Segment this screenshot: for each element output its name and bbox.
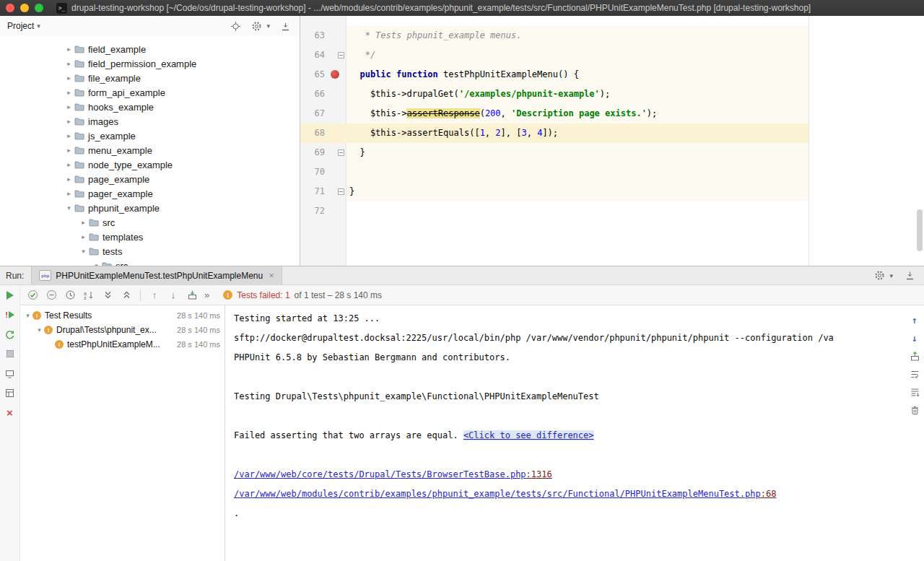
console-line <box>234 406 899 426</box>
clear-console-icon[interactable] <box>909 404 920 416</box>
chevron-down-icon[interactable]: ▾ <box>78 248 89 255</box>
rerun-button[interactable] <box>4 290 16 301</box>
code-text: ); <box>600 89 610 99</box>
stop-button[interactable] <box>4 348 16 360</box>
soft-wrap-icon[interactable] <box>909 368 920 380</box>
next-failed-test-icon[interactable]: ↓ <box>167 289 180 302</box>
folder-icon <box>102 261 112 266</box>
export-to-file-icon[interactable] <box>909 350 920 362</box>
tree-item-file-example[interactable]: ▸file_example <box>0 71 300 85</box>
settings-gear-icon[interactable]: ▾ <box>874 270 893 281</box>
php-file-icon: php <box>39 270 51 281</box>
code-area[interactable]: * Tests phpunit_example menus. */ public… <box>346 16 924 221</box>
chevron-right-icon[interactable]: ▸ <box>64 60 74 67</box>
up-the-stack-trace-icon[interactable]: ↑ <box>909 314 920 326</box>
settings-gear-icon[interactable]: ▾ <box>251 21 270 32</box>
toggle-auto-test-button[interactable] <box>4 329 16 340</box>
tree-item-menu-example[interactable]: ▸menu_example <box>0 143 300 157</box>
sort-by-duration-icon[interactable] <box>64 289 77 302</box>
tree-item-label: tests <box>103 246 122 257</box>
chevron-right-icon[interactable]: ▸ <box>64 74 74 82</box>
chevron-right-icon[interactable]: ▸ <box>64 103 74 110</box>
chevron-right-icon[interactable]: ▸ <box>64 118 74 125</box>
previous-failed-test-icon[interactable]: ↑ <box>148 289 161 302</box>
sort-alphabetically-icon[interactable]: az <box>82 289 95 302</box>
console-line: /var/www/web/core/tests/Drupal/Tests/Bro… <box>234 465 899 484</box>
number-text: 1 <box>480 128 485 138</box>
tree-item-node-type-example[interactable]: ▸node_type_example <box>0 157 300 172</box>
toolbar-overflow-icon[interactable]: » <box>204 290 209 300</box>
chevron-right-icon[interactable]: ▸ <box>64 147 74 154</box>
rerun-failed-tests-button[interactable]: ! <box>4 309 16 321</box>
folder-icon <box>74 131 84 140</box>
close-tab-icon[interactable]: × <box>269 270 274 281</box>
tree-item-page-example[interactable]: ▸page_example <box>0 172 300 186</box>
console-output[interactable]: Testing started at 13:25 ... sftp://dock… <box>225 305 924 561</box>
test-duration: 28 s 140 ms <box>173 311 220 320</box>
see-difference-link[interactable]: <Click to see difference> <box>463 430 594 440</box>
test-results-root-row[interactable]: ▾ ! Test Results 28 s 140 ms <box>20 308 225 323</box>
chevron-down-icon[interactable]: ▾ <box>23 312 32 319</box>
stack-trace-link[interactable]: /var/www/web/core/tests/Drupal/Tests/Bro… <box>234 469 526 479</box>
collapse-all-icon[interactable] <box>120 289 133 302</box>
run-tab[interactable]: php PHPUnitExampleMenuTest.testPhpUnitEx… <box>31 266 282 284</box>
chevron-down-icon[interactable]: ▾ <box>64 204 74 212</box>
chevron-right-icon[interactable]: ▸ <box>64 161 74 168</box>
restore-layout-button[interactable] <box>4 387 16 399</box>
fold-marker-icon[interactable] <box>338 149 344 156</box>
tree-item-src[interactable]: ▸src <box>0 215 300 230</box>
close-panel-button[interactable]: × <box>4 406 16 418</box>
show-ignored-icon[interactable] <box>45 289 58 302</box>
tree-item-tests-src[interactable]: ▾src <box>0 258 300 266</box>
show-passed-icon[interactable] <box>26 289 39 302</box>
tree-item-templates[interactable]: ▸templates <box>0 230 300 244</box>
chevron-down-icon[interactable]: ▾ <box>35 326 44 334</box>
stack-trace-link[interactable]: /var/www/web/modules/contrib/examples/ph… <box>234 489 761 499</box>
run-test-gutter-icon[interactable] <box>331 70 339 79</box>
chevron-right-icon[interactable]: ▸ <box>64 175 74 183</box>
scroll-to-end-icon[interactable] <box>909 386 920 398</box>
show-console-button[interactable] <box>4 368 16 379</box>
folder-icon <box>74 45 84 53</box>
tree-item-images[interactable]: ▸images <box>0 114 300 129</box>
stack-trace-line-number[interactable]: :68 <box>761 489 777 499</box>
import-test-results-icon[interactable] <box>186 289 199 302</box>
fold-marker-icon[interactable] <box>338 52 344 58</box>
test-method-row[interactable]: ! testPhpUnitExampleM... 28 s 140 ms <box>20 337 225 352</box>
expand-all-icon[interactable] <box>101 289 114 302</box>
folder-icon <box>89 218 99 227</box>
fold-marker-icon[interactable] <box>338 188 344 195</box>
hide-panel-icon[interactable] <box>905 270 915 281</box>
code-line: public function testPhpUnitExampleMenu()… <box>349 65 924 84</box>
chevron-right-icon[interactable]: ▸ <box>64 190 74 197</box>
tree-item-phpunit-example[interactable]: ▾phpunit_example <box>0 201 300 215</box>
close-window-button[interactable] <box>6 4 14 12</box>
chevron-right-icon[interactable]: ▸ <box>64 132 74 139</box>
zoom-window-button[interactable] <box>35 4 43 12</box>
chevron-down-icon[interactable]: ▾ <box>91 262 102 266</box>
tree-item-field-example[interactable]: ▸field_example <box>0 42 300 56</box>
folder-icon <box>89 232 99 241</box>
tree-item-form-api-example[interactable]: ▸form_api_example <box>0 85 300 100</box>
tree-item-field-permission-example[interactable]: ▸field_permission_example <box>0 56 300 71</box>
editor[interactable]: 63 64 65 66 67 68 69 70 71 72 * Tests ph… <box>300 16 924 266</box>
chevron-down-icon[interactable]: ▾ <box>37 22 40 30</box>
select-opened-file-icon[interactable] <box>230 21 241 32</box>
test-class-row[interactable]: ▾ ! Drupal\Tests\phpunit_ex... 28 s 140 … <box>20 323 225 337</box>
stack-trace-line-number[interactable]: :1316 <box>526 469 552 479</box>
minimize-window-button[interactable] <box>20 4 29 12</box>
tree-item-pager-example[interactable]: ▸pager_example <box>0 186 300 201</box>
tree-item-tests[interactable]: ▾tests <box>0 244 300 258</box>
chevron-right-icon[interactable]: ▸ <box>64 89 74 96</box>
project-panel-title[interactable]: Project <box>7 21 34 31</box>
tree-item-hooks-example[interactable]: ▸hooks_example <box>0 100 300 114</box>
hide-panel-icon[interactable] <box>280 21 291 32</box>
tree-item-js-example[interactable]: ▸js_example <box>0 129 300 143</box>
editor-scrollbar[interactable] <box>915 16 923 266</box>
scrollbar-thumb[interactable] <box>917 209 923 251</box>
down-the-stack-trace-icon[interactable]: ↓ <box>909 332 920 344</box>
chevron-right-icon[interactable]: ▸ <box>78 219 89 226</box>
chevron-right-icon[interactable]: ▸ <box>64 45 74 53</box>
code-text: , <box>485 128 495 138</box>
chevron-right-icon[interactable]: ▸ <box>78 233 89 240</box>
